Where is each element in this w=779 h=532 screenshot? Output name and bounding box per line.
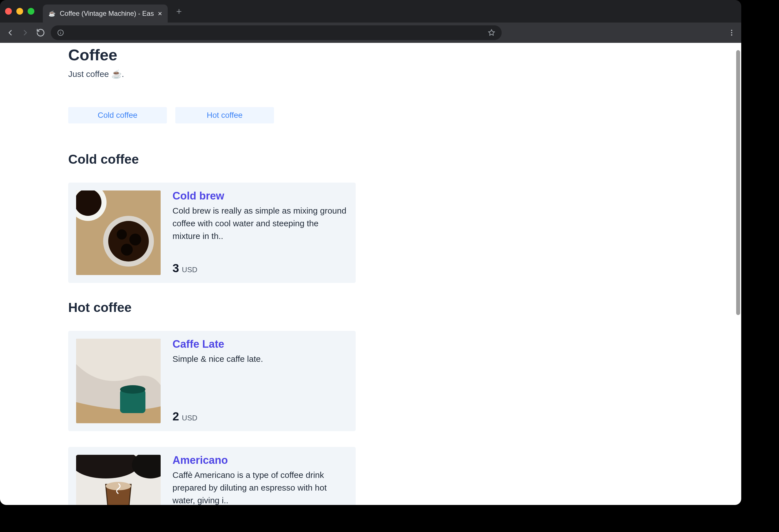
tab-favicon-icon: ☕ [48, 10, 56, 17]
nav-reload-icon[interactable] [36, 28, 45, 37]
nav-back-icon[interactable] [6, 28, 15, 37]
svg-point-14 [121, 244, 133, 255]
tab-strip: ☕ Coffee (Vintage Machine) - Eas × ＋ [0, 0, 741, 22]
browser-chrome: ☕ Coffee (Vintage Machine) - Eas × ＋ [0, 0, 741, 43]
product-image [76, 190, 161, 275]
bookmark-star-icon[interactable] [488, 29, 495, 37]
category-hot-coffee-button[interactable]: Hot coffee [175, 107, 274, 123]
window-close-button[interactable] [5, 8, 12, 15]
category-buttons: Cold coffee Hot coffee [68, 107, 598, 123]
product-price: 2 USD [173, 410, 348, 423]
window-controls [5, 8, 35, 15]
section-title-hot: Hot coffee [68, 300, 598, 315]
tab-title: Coffee (Vintage Machine) - Eas [60, 10, 154, 17]
svg-point-3 [731, 30, 732, 31]
svg-point-12 [117, 229, 127, 239]
page-viewport: Coffee Just coffee ☕. Cold coffee Hot co… [0, 43, 741, 505]
product-description: Simple & nice caffe late. [173, 353, 348, 365]
svg-point-5 [731, 35, 732, 36]
svg-point-18 [120, 385, 145, 394]
product-description: Caffè Americano is a type of coffee drin… [173, 469, 348, 505]
browser-tab[interactable]: ☕ Coffee (Vintage Machine) - Eas × [43, 4, 168, 22]
window-maximize-button[interactable] [27, 8, 35, 15]
category-cold-coffee-button[interactable]: Cold coffee [68, 107, 167, 123]
browser-toolbar [0, 22, 741, 43]
product-card[interactable]: Cold brew Cold brew is really as simple … [68, 183, 356, 283]
price-currency: USD [182, 265, 197, 274]
price-amount: 2 [173, 410, 179, 423]
product-card[interactable]: Americano Caffè Americano is a type of c… [68, 447, 356, 505]
scrollbar-track[interactable] [733, 43, 741, 505]
window-minimize-button[interactable] [16, 8, 23, 15]
scrollbar-thumb[interactable] [736, 50, 740, 315]
nav-forward-icon[interactable] [21, 28, 30, 37]
svg-point-4 [731, 32, 732, 34]
product-description: Cold brew is really as simple as mixing … [173, 204, 348, 242]
product-image [76, 339, 161, 423]
svg-point-11 [108, 221, 149, 261]
svg-point-13 [129, 234, 141, 245]
product-image [76, 455, 161, 505]
product-price: 3 USD [173, 261, 348, 275]
price-currency: USD [182, 414, 197, 422]
svg-point-2 [60, 31, 61, 32]
address-bar[interactable] [51, 25, 502, 40]
page-title: Coffee [68, 43, 598, 64]
section-title-cold: Cold coffee [68, 152, 598, 167]
product-title-link[interactable]: Cold brew [173, 190, 348, 202]
tab-close-icon[interactable]: × [158, 10, 162, 17]
price-amount: 3 [173, 261, 179, 275]
product-title-link[interactable]: Caffe Late [173, 338, 348, 350]
new-tab-button[interactable]: ＋ [174, 5, 183, 17]
product-title-link[interactable]: Americano [173, 454, 348, 466]
page-subtitle: Just coffee ☕. [68, 69, 598, 79]
site-info-icon[interactable] [57, 29, 64, 36]
browser-menu-icon[interactable] [728, 29, 736, 37]
product-card[interactable]: Caffe Late Simple & nice caffe late. 2 U… [68, 331, 356, 431]
